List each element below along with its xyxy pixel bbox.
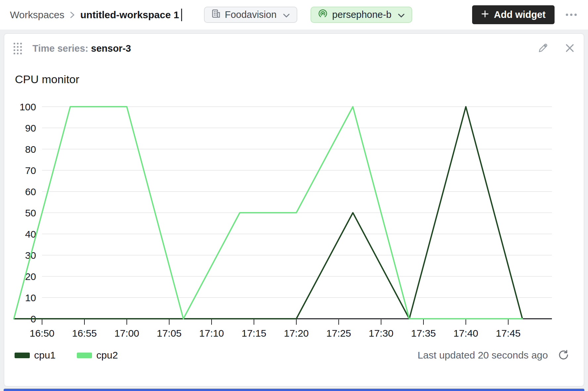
overflow-menu-button[interactable] bbox=[564, 11, 578, 19]
svg-text:17:15: 17:15 bbox=[241, 328, 266, 339]
svg-text:100: 100 bbox=[20, 101, 36, 112]
chevron-down-icon bbox=[398, 9, 405, 20]
edit-widget-button[interactable] bbox=[537, 42, 549, 55]
svg-text:17:10: 17:10 bbox=[199, 328, 224, 339]
text-cursor bbox=[181, 9, 182, 21]
svg-text:10: 10 bbox=[25, 292, 36, 303]
svg-text:17:40: 17:40 bbox=[453, 328, 478, 339]
widget-type-label: Time series: bbox=[32, 43, 91, 54]
device-selector-dropdown[interactable]: persephone-b bbox=[311, 7, 412, 23]
svg-text:80: 80 bbox=[25, 144, 36, 155]
widget-name: sensor-3 bbox=[91, 43, 131, 54]
cpu2-color-swatch bbox=[77, 353, 92, 358]
pencil-icon bbox=[537, 42, 549, 55]
add-widget-button[interactable]: Add widget bbox=[472, 5, 555, 24]
svg-text:16:55: 16:55 bbox=[72, 328, 97, 339]
widget-header: Time series: sensor-3 bbox=[4, 34, 584, 54]
refresh-icon bbox=[558, 349, 569, 362]
close-icon bbox=[564, 43, 575, 54]
cpu-line-chart: 010203040506070809010016:5016:5517:0017:… bbox=[4, 84, 585, 345]
last-updated-text: Last updated 20 seconds ago bbox=[417, 350, 548, 361]
svg-text:60: 60 bbox=[25, 186, 36, 197]
device-selector-label: persephone-b bbox=[332, 9, 391, 20]
svg-text:70: 70 bbox=[25, 165, 36, 176]
breadcrumb-workspaces-link[interactable]: Workspaces bbox=[10, 9, 65, 21]
svg-text:17:20: 17:20 bbox=[284, 328, 309, 339]
svg-text:50: 50 bbox=[25, 207, 36, 218]
legend-label-cpu1: cpu1 bbox=[34, 350, 56, 361]
org-selector-label: Foodavision bbox=[225, 9, 276, 20]
svg-text:16:50: 16:50 bbox=[29, 328, 54, 339]
broadcast-icon bbox=[318, 9, 328, 21]
org-selector-dropdown[interactable]: Foodavision bbox=[204, 7, 297, 23]
topbar-actions: Add widget bbox=[472, 5, 578, 24]
svg-text:17:05: 17:05 bbox=[157, 328, 181, 339]
last-updated-area: Last updated 20 seconds ago bbox=[417, 349, 570, 362]
svg-text:40: 40 bbox=[25, 229, 36, 240]
plus-icon bbox=[481, 9, 489, 20]
breadcrumb-chevron-icon bbox=[70, 11, 75, 19]
add-widget-label: Add widget bbox=[494, 9, 546, 20]
close-widget-button[interactable] bbox=[564, 42, 576, 55]
cpu1-color-swatch bbox=[15, 353, 30, 358]
svg-text:17:00: 17:00 bbox=[114, 328, 139, 339]
drag-handle-icon[interactable] bbox=[13, 42, 23, 55]
refresh-button[interactable] bbox=[557, 349, 570, 362]
top-bar: Workspaces untitled-workspace 1 Foodavis… bbox=[0, 0, 588, 29]
svg-text:17:30: 17:30 bbox=[368, 328, 393, 339]
legend-item-cpu1[interactable]: cpu1 bbox=[15, 350, 56, 361]
svg-text:90: 90 bbox=[25, 123, 36, 134]
chevron-down-icon bbox=[283, 9, 290, 20]
svg-text:17:45: 17:45 bbox=[496, 328, 520, 339]
svg-text:17:25: 17:25 bbox=[326, 328, 351, 339]
breadcrumb: Workspaces untitled-workspace 1 bbox=[10, 9, 182, 21]
legend-item-cpu2[interactable]: cpu2 bbox=[77, 350, 118, 361]
widget-header-label: Time series: sensor-3 bbox=[32, 43, 131, 54]
chart-legend: cpu1 cpu2 bbox=[15, 349, 139, 362]
svg-text:17:35: 17:35 bbox=[411, 328, 436, 339]
next-widget-top-edge bbox=[4, 389, 584, 391]
legend-label-cpu2: cpu2 bbox=[96, 350, 118, 361]
workspace-title-input[interactable]: untitled-workspace 1 bbox=[80, 9, 179, 21]
building-icon bbox=[211, 9, 220, 21]
time-series-widget-card: Time series: sensor-3 bbox=[4, 33, 584, 387]
